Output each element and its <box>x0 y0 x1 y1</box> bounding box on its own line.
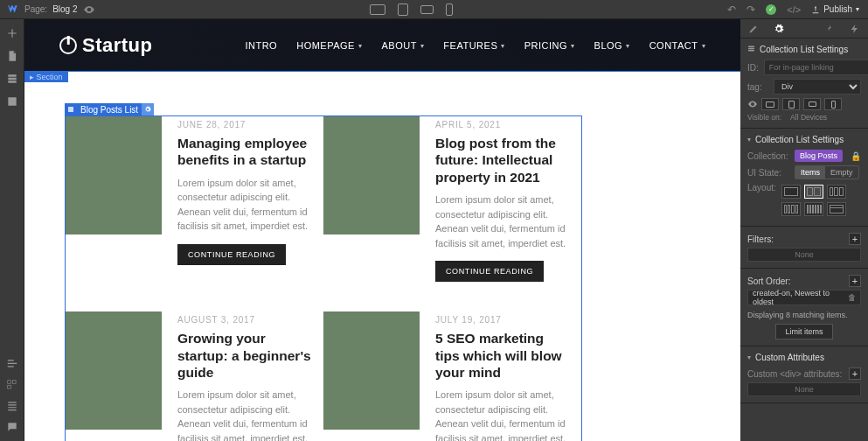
post-title: 5 SEO marketing tips which will blow you… <box>435 330 571 381</box>
collection-list-icon <box>747 45 755 54</box>
design-canvas[interactable]: Startup INTRO HOMEPAGE▾ ABOUT▾ FEATURES▾… <box>24 19 740 441</box>
post-title: Blog post from the future: Intellectual … <box>435 135 571 186</box>
device-phone-landscape-icon[interactable] <box>420 5 434 14</box>
device-desktop-icon[interactable] <box>370 4 385 15</box>
vis-phone[interactable] <box>824 98 842 110</box>
add-sort-button[interactable]: + <box>849 275 861 287</box>
sort-label: Sort Order: <box>747 276 790 286</box>
preview-icon[interactable] <box>83 4 95 16</box>
list-item[interactable]: JULY 19, 2017 5 SEO marketing tips which… <box>323 312 581 441</box>
code-icon[interactable]: </> <box>787 4 801 15</box>
site-nav: INTRO HOMEPAGE▾ ABOUT▾ FEATURES▾ PRICING… <box>245 40 705 51</box>
chevron-down-icon: ▾ <box>702 42 706 50</box>
more-tab-icon[interactable] <box>847 21 863 37</box>
ui-state-empty[interactable]: Empty <box>825 166 858 178</box>
collection-value[interactable]: Blog Posts <box>795 150 843 162</box>
tag-field-row: tag: Div <box>747 79 861 94</box>
panel-settings-block: Collection List Settings ID: tag: Div Vi… <box>740 38 868 129</box>
custom-attr-label: Custom <div> attributes: <box>747 369 842 379</box>
post-date: AUGUST 3, 2017 <box>177 315 313 325</box>
sort-value-row[interactable]: created-on, Newest to oldest 🗑 <box>747 290 861 305</box>
id-field-row: ID: <box>747 60 861 75</box>
redo-icon[interactable]: ↷ <box>746 4 755 16</box>
nav-features[interactable]: FEATURES▾ <box>443 40 504 51</box>
navigator-icon[interactable] <box>5 357 19 371</box>
post-excerpt: Lorem ipsum dolor sit amet, consectetur … <box>177 176 313 234</box>
add-element-icon[interactable] <box>5 26 19 40</box>
post-thumbnail <box>323 116 420 234</box>
displaying-text: Displaying 8 matching items. <box>747 311 861 319</box>
tag-select[interactable]: Div <box>774 79 861 94</box>
vis-phone-landscape[interactable] <box>803 98 821 110</box>
layout-1col[interactable] <box>781 185 801 199</box>
visible-on-row <box>747 98 861 110</box>
filters-label: Filters: <box>747 234 774 244</box>
device-tablet-icon[interactable] <box>398 4 408 16</box>
top-toolbar: Page: Blog 2 ↶ ↷ </> Publish▾ <box>0 0 868 19</box>
status-check-icon[interactable] <box>766 4 776 15</box>
lock-icon: 🔒 <box>851 151 861 161</box>
list-item[interactable]: APRIL 5, 2021 Blog post from the future:… <box>323 116 581 282</box>
vis-desktop[interactable] <box>761 98 779 110</box>
layout-2col[interactable] <box>804 185 823 199</box>
list-item[interactable]: JUNE 28, 2017 Managing employee benefits… <box>66 116 323 282</box>
help-icon[interactable] <box>5 420 19 434</box>
chevron-down-icon: ▾ <box>856 5 859 13</box>
selected-element-badge[interactable]: Blog Posts List <box>65 103 154 116</box>
chevron-down-icon: ▾ <box>358 42 363 50</box>
style-tab-icon[interactable] <box>746 21 761 37</box>
undo-icon[interactable]: ↶ <box>727 4 736 16</box>
post-excerpt: Lorem ipsum dolor sit amet, consectetur … <box>435 388 571 441</box>
list-icon[interactable] <box>5 399 19 413</box>
vis-tablet[interactable] <box>782 98 800 110</box>
sort-value: created-on, Newest to oldest <box>753 289 848 306</box>
layout-label: Layout: <box>747 183 776 192</box>
settings-tab-icon[interactable] <box>771 21 787 37</box>
collection-list-icon <box>65 106 77 113</box>
ui-state-items[interactable]: Items <box>795 166 825 178</box>
chevron-down-icon: ▾ <box>626 42 630 50</box>
layout-3col[interactable] <box>827 185 846 199</box>
audit-icon[interactable] <box>5 378 19 392</box>
element-settings-icon[interactable] <box>142 103 154 116</box>
limit-items-button[interactable]: Limit items <box>775 324 832 340</box>
eye-icon <box>747 99 758 109</box>
add-attr-button[interactable]: + <box>849 368 861 380</box>
blog-posts-list[interactable]: JUNE 28, 2017 Managing employee benefits… <box>65 116 582 441</box>
style-manager-tab-icon[interactable] <box>796 21 812 37</box>
nav-blog[interactable]: BLOG▾ <box>594 40 630 51</box>
continue-reading-button[interactable]: CONTINUE READING <box>177 244 286 265</box>
cms-icon[interactable] <box>5 72 19 86</box>
left-rail <box>0 19 24 441</box>
post-title: Managing employee benefits in a startup <box>177 135 313 169</box>
page-name[interactable]: Blog 2 <box>52 4 77 14</box>
post-date: APRIL 5, 2021 <box>435 120 571 130</box>
nav-intro[interactable]: INTRO <box>245 40 277 51</box>
id-input[interactable] <box>764 60 868 75</box>
interactions-tab-icon[interactable] <box>822 21 837 37</box>
assets-icon[interactable] <box>5 94 19 108</box>
layout-row: Layout: <box>747 183 861 216</box>
nav-pricing[interactable]: PRICING▾ <box>524 40 575 51</box>
trash-icon[interactable]: 🗑 <box>848 293 856 302</box>
site-logo[interactable]: Startup <box>59 34 153 57</box>
section-badge[interactable]: ▸ Section <box>24 72 68 82</box>
ui-state-toggle: Items Empty <box>795 165 859 179</box>
settings-panel: Collection List Settings ID: tag: Div Vi… <box>740 19 868 441</box>
webflow-logo-icon[interactable] <box>7 4 19 16</box>
nav-homepage[interactable]: HOMEPAGE▾ <box>296 40 362 51</box>
device-phone-portrait-icon[interactable] <box>446 4 453 16</box>
chevron-down-icon: ▾ <box>571 42 575 50</box>
layout-row[interactable] <box>827 202 846 216</box>
nav-about[interactable]: ABOUT▾ <box>381 40 424 51</box>
list-item[interactable]: AUGUST 3, 2017 Growing your startup: a b… <box>66 312 323 441</box>
pages-icon[interactable] <box>5 49 19 63</box>
canvas-body: Blog Posts List JUNE 28, 2017 Managing e… <box>24 71 740 441</box>
publish-button[interactable]: Publish▾ <box>811 4 859 14</box>
nav-contact[interactable]: CONTACT▾ <box>649 40 705 51</box>
layout-6col[interactable] <box>804 202 823 216</box>
filters-block: Filters: + None <box>740 227 868 269</box>
continue-reading-button[interactable]: CONTINUE READING <box>435 261 544 282</box>
add-filter-button[interactable]: + <box>849 233 861 245</box>
layout-4col[interactable] <box>781 202 801 216</box>
